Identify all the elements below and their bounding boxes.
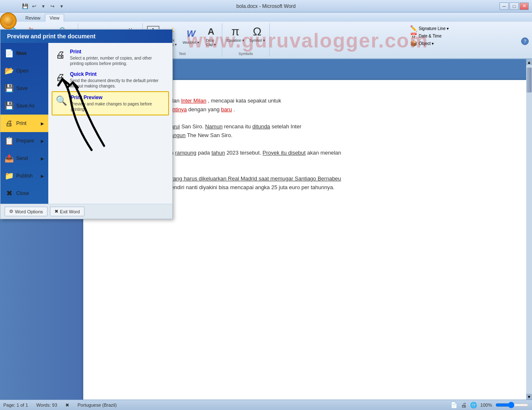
wordart-icon: W xyxy=(184,27,198,40)
menu-item-save[interactable]: 💾 Save xyxy=(0,80,48,97)
object-btn[interactable]: 📦 Object ▾ xyxy=(410,40,449,47)
menu-body: 📄 New 📂 Open 💾 Save 💾 Save As 🖨 Print ▶ xyxy=(0,43,172,204)
quick-access-toolbar: 💾 ↩ ▾ ↪ ▾ xyxy=(21,1,66,12)
print-option-quick[interactable]: 🖨 Quick Print Send the document directly… xyxy=(52,69,169,91)
menu-item-prepare[interactable]: 📋 Prepare ▶ xyxy=(0,132,48,150)
menu-left-panel: 📄 New 📂 Open 💾 Save 💾 Save As 🖨 Print ▶ xyxy=(0,43,48,204)
print-preview-text: Print Preview Preview and make changes t… xyxy=(71,95,166,112)
lang-error-icon: ✖ xyxy=(65,402,69,408)
doc-text-proyek2: Proyek itu disebut xyxy=(263,150,306,156)
save-icon: 💾 xyxy=(5,84,14,93)
menu-item-send[interactable]: 📤 Send ▶ xyxy=(0,150,48,167)
office-button-inner xyxy=(3,16,13,26)
ribbon-tabs: Review View xyxy=(0,12,532,22)
symbols-label: Symbols xyxy=(239,51,253,56)
office-button[interactable] xyxy=(0,12,17,29)
vertical-scrollbar[interactable]: ▲ ▼ xyxy=(526,59,532,400)
print-preview-desc: Preview and make changes to pages before… xyxy=(71,101,166,112)
minimize-button[interactable]: ─ xyxy=(500,2,509,10)
print-arrow-icon: ▶ xyxy=(41,121,44,126)
symbols-btns: π Equation ▾ Ω Symbol ▾ xyxy=(225,24,267,43)
office-menu: Preview and print the document 📄 New 📂 O… xyxy=(0,29,173,219)
open-icon: 📂 xyxy=(5,66,14,75)
doc-text-namun: Namun xyxy=(205,123,223,130)
status-right: 📄 🖨 🌐 100% xyxy=(450,402,529,408)
scroll-down-btn[interactable]: ▼ xyxy=(526,394,532,400)
language-info: Portuguese (Brazil) xyxy=(77,402,117,408)
signature-line-btn[interactable]: ✏️ Signature Line ▾ xyxy=(410,25,449,32)
menu-item-publish[interactable]: 📁 Publish ▶ xyxy=(0,167,48,185)
send-arrow-icon: ▶ xyxy=(41,156,44,161)
customize-quick-btn[interactable]: ▾ xyxy=(57,2,66,10)
restore-button[interactable]: □ xyxy=(510,2,519,10)
menu-right-panel: 🖨 Print Select a printer, number of copi… xyxy=(48,43,172,204)
print-desc: Select a printer, number of copies, and … xyxy=(70,55,167,66)
drop-cap-btn[interactable]: A DropCap ▾ xyxy=(203,24,219,48)
equation-icon: π xyxy=(229,25,242,38)
equation-btn[interactable]: π Equation ▾ xyxy=(225,24,246,43)
redo-quick-btn[interactable]: ↪ xyxy=(48,2,57,10)
print-icon: 🖨 xyxy=(5,119,14,128)
publish-icon: 📁 xyxy=(5,171,14,180)
window-title: bola.docx - Microsoft Word xyxy=(236,3,296,9)
print-option-preview[interactable]: 🔍 Print Preview Preview and make changes… xyxy=(52,91,169,115)
view-normal-icon[interactable]: 📄 xyxy=(450,402,457,408)
save-quick-btn[interactable]: 💾 xyxy=(21,2,29,10)
print-preview-title: Print Preview xyxy=(71,95,166,100)
view-print-icon[interactable]: 🖨 xyxy=(461,402,467,408)
print-option-print-text: Print Select a printer, number of copies… xyxy=(70,49,167,66)
publish-arrow-icon: ▶ xyxy=(41,174,44,178)
doc-text-baru: baru xyxy=(221,106,232,112)
menu-item-saveas[interactable]: 💾 Save As xyxy=(0,97,48,115)
close-icon: ✖ xyxy=(5,189,14,198)
exit-word-button[interactable]: ✖ Exit Word xyxy=(50,207,84,216)
saveas-icon: 💾 xyxy=(5,101,14,110)
date-time-btn[interactable]: 📅 Date & Time xyxy=(410,32,449,39)
menu-header: Preview and print the document xyxy=(0,30,172,43)
ribbon-right-group: ✏️ Signature Line ▾ 📅 Date & Time 📦 Obje… xyxy=(410,25,449,47)
word-options-icon: ⚙ xyxy=(9,209,13,214)
doc-text-rampung: rampung xyxy=(175,150,196,156)
menu-bottom: ⚙ Word Options ✖ Exit Word xyxy=(0,204,172,219)
undo-dropdown-btn[interactable]: ▾ xyxy=(39,2,47,10)
help-button[interactable]: ? xyxy=(521,38,529,45)
tab-review[interactable]: Review xyxy=(21,14,45,22)
word-options-label: Word Options xyxy=(15,209,43,214)
text-label: Text xyxy=(179,51,186,56)
quick-print-title: Quick Print xyxy=(70,71,167,77)
title-bar: bola.docx - Microsoft Word ─ □ ✕ xyxy=(0,0,532,12)
menu-item-print[interactable]: 🖨 Print ▶ xyxy=(0,115,48,132)
symbol-icon: Ω xyxy=(251,25,264,38)
exit-word-icon: ✖ xyxy=(55,209,58,214)
tab-view[interactable]: View xyxy=(45,14,64,22)
close-button[interactable]: ✕ xyxy=(520,2,529,10)
print-preview-icon: 🔍 xyxy=(55,95,67,107)
zoom-level: 100% xyxy=(480,402,492,408)
symbol-btn[interactable]: Ω Symbol ▾ xyxy=(248,24,267,43)
status-bar: Page: 1 of 1 Words: 93 ✖ Portuguese (Bra… xyxy=(0,400,532,410)
scroll-up-btn[interactable]: ▲ xyxy=(526,59,532,65)
print-title: Print xyxy=(70,49,167,55)
send-icon: 📤 xyxy=(5,154,14,163)
quick-print-text: Quick Print Send the document directly t… xyxy=(70,71,167,89)
doc-text-intermilan: Inter Milan xyxy=(181,98,206,104)
ribbon-group-symbols: π Equation ▾ Ω Symbol ▾ Symbols xyxy=(222,23,270,57)
word-count: Words: 93 xyxy=(36,402,57,408)
menu-item-open[interactable]: 📂 Open xyxy=(0,62,48,80)
exit-word-label: Exit Word xyxy=(60,209,80,214)
prepare-arrow-icon: ▶ xyxy=(41,139,44,143)
scrollbar-thumb[interactable] xyxy=(527,68,532,92)
doc-text-ditunda: ditunda xyxy=(252,123,270,130)
word-options-button[interactable]: ⚙ Word Options xyxy=(5,207,47,216)
view-web-icon[interactable]: 🌐 xyxy=(470,402,477,408)
quick-print-icon: 🖨 xyxy=(54,71,67,84)
menu-item-close[interactable]: ✖ Close xyxy=(0,185,48,202)
window-controls: ─ □ ✕ xyxy=(500,2,529,10)
zoom-slider[interactable] xyxy=(495,402,529,408)
undo-quick-btn[interactable]: ↩ xyxy=(30,2,38,10)
drop-cap-icon: A xyxy=(204,25,218,38)
wordart-btn[interactable]: W WordArt ▾ xyxy=(181,26,201,45)
print-option-print[interactable]: 🖨 Print Select a printer, number of copi… xyxy=(52,46,169,69)
quick-print-desc: Send the document directly to the defaul… xyxy=(70,78,167,89)
menu-item-new[interactable]: 📄 New xyxy=(0,45,48,62)
